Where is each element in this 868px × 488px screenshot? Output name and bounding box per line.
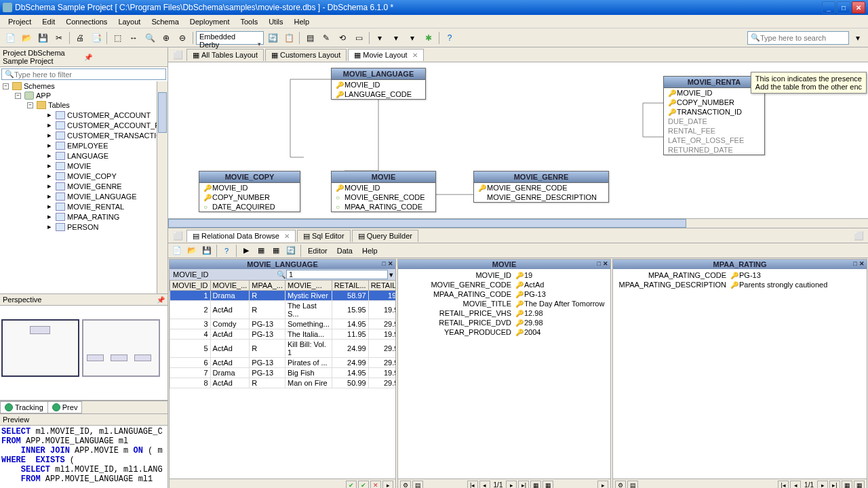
expand-icon[interactable]: ▸ xyxy=(47,212,54,221)
pin-icon[interactable]: 📌 xyxy=(84,54,165,61)
perspective-thumb-2[interactable] xyxy=(82,319,160,377)
menu-help[interactable]: Help xyxy=(289,16,315,27)
nav-last-icon[interactable]: ▸| xyxy=(518,481,529,489)
nav-next-icon[interactable]: ▸ xyxy=(817,481,828,489)
tree-table-employee[interactable]: ▸EMPLOYEE xyxy=(0,140,167,150)
tab-prev[interactable]: Prev xyxy=(47,401,83,413)
zoom-ctrl-icon[interactable]: ⬚ xyxy=(110,30,125,45)
tree-schemes[interactable]: −Schemes xyxy=(0,81,167,91)
field-value[interactable]: 🔑PG-13 xyxy=(515,290,608,298)
nav-prev-icon[interactable]: ◂ xyxy=(790,481,801,489)
ed-save-icon[interactable]: 💾 xyxy=(200,244,214,258)
help-icon[interactable]: ? xyxy=(442,30,457,45)
panel-max-icon[interactable]: □ xyxy=(597,260,601,267)
tree-scrollbar[interactable] xyxy=(157,81,167,293)
expand-icon[interactable]: ▸ xyxy=(47,151,54,160)
tree-table-movie[interactable]: ▸MOVIE xyxy=(0,161,167,171)
expand-icon[interactable]: ▸ xyxy=(47,110,54,119)
table-movie[interactable]: MOVIE 🔑MOVIE_ID ○MOVIE_GENRE_CODE ○MPAA_… xyxy=(331,171,436,212)
tab-customers[interactable]: ▦Customers Layout xyxy=(265,49,347,61)
data-grid[interactable]: MOVIE_IDMOVIE_...MPAA_...MOVIE_...RETAIL… xyxy=(170,280,395,479)
col-header[interactable]: MPAA_... xyxy=(250,281,285,291)
tab-movie[interactable]: ▦Movie Layout✕ xyxy=(348,49,423,61)
table-row[interactable]: 3ComdyPG-13Something...14.9529.992003 xyxy=(170,319,396,329)
ed-open-icon[interactable]: 📂 xyxy=(185,244,199,258)
nav-icon[interactable]: ▸ xyxy=(382,481,393,489)
tree-table-language[interactable]: ▸LANGUAGE xyxy=(0,150,167,161)
maximize-icon[interactable]: ⬜ xyxy=(170,47,185,62)
menu-edit[interactable]: Edit xyxy=(37,16,60,27)
filter-input[interactable] xyxy=(14,70,163,79)
dropdown-icon[interactable]: ▾ xyxy=(388,270,395,279)
panel-max-icon[interactable]: □ xyxy=(854,260,857,267)
field-value[interactable]: 🔑PG-13 xyxy=(730,271,865,279)
field-value[interactable]: 🔑29.98 xyxy=(515,319,608,327)
panel-max-icon[interactable]: □ xyxy=(382,260,386,267)
table-row[interactable]: 2ActAdRThe Last S...15.9519.962003 xyxy=(170,301,396,319)
ed-menu-data[interactable]: Data xyxy=(333,247,357,255)
schema-icon[interactable]: 📋 xyxy=(281,30,296,45)
panel-close-icon[interactable]: ✕ xyxy=(388,260,393,267)
close-button[interactable]: ✕ xyxy=(852,1,865,14)
tree-table-movie_genre[interactable]: ▸MOVIE_GENRE xyxy=(0,181,167,191)
expand-icon[interactable]: ▸ xyxy=(47,141,54,150)
tree-table-customer_transactio[interactable]: ▸CUSTOMER_TRANSACTIO xyxy=(0,130,167,140)
open-icon[interactable]: 📂 xyxy=(19,30,34,45)
edit-icon[interactable]: ✎ xyxy=(319,30,334,45)
search-input[interactable] xyxy=(760,34,846,42)
menu-project[interactable]: Project xyxy=(3,16,37,27)
table-row[interactable]: 4ActAdPG-13The Italia...11.9519.992003 xyxy=(170,329,396,340)
minimize-button[interactable]: _ xyxy=(822,1,835,14)
diagram-canvas[interactable]: MOVIE_LANGUAGE 🔑MOVIE_ID 🔑LANGUAGE_CODE … xyxy=(168,62,868,228)
expand-icon[interactable]: ▸ xyxy=(47,131,54,140)
grid2-icon[interactable]: ▦ xyxy=(542,481,553,489)
col-header[interactable]: MOVIE_ID xyxy=(170,281,211,291)
tree-table-movie_language[interactable]: ▸MOVIE_LANGUAGE xyxy=(0,191,167,201)
table-icon[interactable]: ▤ xyxy=(302,30,317,45)
table-movie-genre[interactable]: MOVIE_GENRE 🔑MOVIE_GENRE_CODE MOVIE_GENR… xyxy=(473,171,609,203)
menu-schema[interactable]: Schema xyxy=(146,16,184,27)
ed-menu-editor[interactable]: Editor xyxy=(304,247,332,255)
tool1-icon[interactable]: ▾ xyxy=(372,30,387,45)
expand-icon[interactable]: ▸ xyxy=(47,192,54,201)
col-header[interactable]: MOVIE_... xyxy=(285,281,332,291)
nav-first-icon[interactable]: |◂ xyxy=(778,481,789,489)
panel-close-icon[interactable]: ✕ xyxy=(859,260,865,267)
config-icon[interactable]: ⚙ xyxy=(615,481,626,489)
search-box[interactable]: 🔍 xyxy=(747,31,849,45)
grid2-icon[interactable]: ▦ xyxy=(854,481,865,489)
col-header[interactable]: RETAIL... xyxy=(332,281,368,291)
table-movie-copy[interactable]: MOVIE_COPY 🔑MOVIE_ID 🔑COPY_NUMBER ○DATE_… xyxy=(199,171,300,212)
maximize-button[interactable]: □ xyxy=(837,1,850,14)
tab-query-builder[interactable]: ▤Query Builder xyxy=(352,230,418,242)
print-icon[interactable]: 🖨 xyxy=(73,30,87,45)
field-value[interactable]: 🔑19 xyxy=(515,271,608,279)
tree-table-person[interactable]: ▸PERSON xyxy=(0,222,167,232)
nav-first-icon[interactable]: |◂ xyxy=(467,481,478,489)
ed-run-icon[interactable]: ▶ xyxy=(239,244,253,258)
table-row[interactable]: 8ActAdRMan on Fire50.9929.982004 xyxy=(170,378,396,388)
tree-table-mpaa_rating[interactable]: ▸MPAA_RATING xyxy=(0,211,167,222)
expand-icon[interactable]: ▸ xyxy=(47,222,54,231)
perspective-panel[interactable] xyxy=(0,306,167,401)
pdf-icon[interactable]: 📑 xyxy=(89,30,104,45)
ed-grid-icon[interactable]: ▦ xyxy=(254,244,268,258)
col-header[interactable]: RETAIL... xyxy=(368,281,395,291)
apply-icon[interactable]: ✔ xyxy=(346,481,357,489)
table-row[interactable]: 7DramaPG-13Big Fish14.9519.942003 xyxy=(170,368,396,378)
table-movie-rental[interactable]: MOVIE_RENTA 🔑MOVIE_ID 🔑COPY_NUMBER 🔑TRAN… xyxy=(663,76,765,155)
tool2-icon[interactable]: ▾ xyxy=(389,30,403,45)
menu-layout[interactable]: Layout xyxy=(113,16,146,27)
maximize-icon[interactable]: ⬜ xyxy=(170,228,185,243)
new-icon[interactable]: 📄 xyxy=(3,30,18,45)
close-tab-icon[interactable]: ✕ xyxy=(412,52,418,59)
field-value[interactable]: 🔑12.98 xyxy=(515,309,608,317)
tab-sql-editor[interactable]: ▤Sql Editor xyxy=(297,230,351,242)
ed-help-icon[interactable]: ? xyxy=(220,244,233,258)
project-tree[interactable]: −Schemes −APP −Tables ▸CUSTOMER_ACCOUNT▸… xyxy=(0,81,167,293)
tab-tracking[interactable]: Tracking xyxy=(0,401,48,413)
nav-next-icon[interactable]: ▸ xyxy=(506,481,517,489)
table-row[interactable]: 5ActAdRKill Bill: Vol. 124.9929.992003 xyxy=(170,340,396,358)
close-tab-icon[interactable]: ✕ xyxy=(284,232,290,240)
panel-close-icon[interactable]: ✕ xyxy=(603,260,608,267)
